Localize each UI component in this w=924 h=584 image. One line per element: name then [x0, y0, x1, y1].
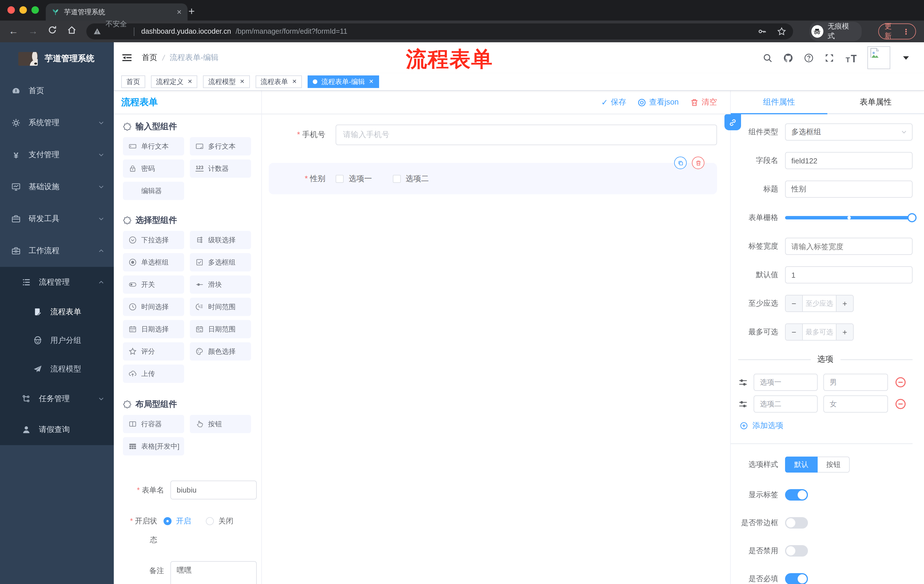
component-chip-下拉选择[interactable]: >下拉选择	[123, 231, 184, 249]
default-value-input[interactable]	[785, 266, 912, 283]
avatar-caret-icon[interactable]: >	[901, 53, 911, 63]
remove-option-button[interactable]: >	[895, 377, 906, 388]
tab-form-props[interactable]: 表单属性	[827, 91, 924, 113]
component-chip-评分[interactable]: >评分	[123, 342, 184, 360]
phone-input[interactable]: 请输入手机号	[336, 125, 717, 145]
fullscreen-icon[interactable]: >	[825, 53, 834, 63]
increase-button[interactable]: +	[836, 324, 853, 340]
gender-option-选项二[interactable]: 选项二	[393, 173, 429, 184]
component-chip-日期范围[interactable]: >日期范围	[190, 320, 251, 338]
update-button[interactable]: 更新 ⋮	[878, 23, 916, 39]
field-name-input[interactable]	[785, 152, 912, 169]
font-size-icon[interactable]: >TT	[845, 53, 856, 63]
label-width-input[interactable]	[785, 238, 912, 255]
close-window-button[interactable]	[7, 6, 15, 14]
decrease-button[interactable]: −	[785, 324, 803, 340]
tab-component-props[interactable]: 组件属性	[731, 91, 827, 114]
component-chip-多行文本[interactable]: >多行文本	[190, 137, 251, 155]
panel-link-toggle[interactable]: >	[724, 114, 741, 130]
remove-option-button[interactable]: >	[895, 398, 906, 410]
tag-close-icon[interactable]: ✕	[240, 79, 245, 85]
address-bar[interactable]: > 不安全 dashboard.yudao.iocoder.cn/bpm/man…	[86, 23, 793, 39]
component-chip-开关[interactable]: >开关	[123, 275, 184, 294]
component-chip-滑块[interactable]: >滑块	[190, 275, 251, 294]
slider-handle[interactable]	[908, 213, 917, 222]
sidebar-item-任务管理[interactable]: >任务管理>	[0, 383, 114, 414]
avatar[interactable]: >	[867, 46, 890, 69]
component-chip-日期选择[interactable]: >日期选择	[123, 320, 184, 338]
radio-off[interactable]	[206, 517, 214, 525]
tag-close-icon[interactable]: ✕	[292, 79, 297, 85]
component-chip-单行文本[interactable]: >单行文本	[123, 137, 184, 155]
sidebar-item-支付管理[interactable]: ¥支付管理>	[0, 139, 114, 171]
sidebar-item-工作流程[interactable]: >工作流程>	[0, 235, 114, 267]
component-chip-计数器[interactable]: 123计数器	[190, 160, 251, 178]
sidebar-item-首页[interactable]: >首页	[0, 75, 114, 107]
gender-option-选项一[interactable]: 选项一	[336, 173, 372, 184]
radio-on[interactable]	[163, 517, 172, 525]
checkbox[interactable]	[336, 174, 344, 183]
option-style-button[interactable]: 按钮	[818, 457, 850, 472]
tag-流程定义[interactable]: 流程定义✕	[151, 76, 198, 88]
tag-流程模型[interactable]: 流程模型✕	[203, 76, 250, 88]
sidebar-item-研发工具[interactable]: >研发工具>	[0, 203, 114, 235]
sidebar-logo[interactable]: > 芋道管理系统	[0, 42, 114, 75]
tab-close-icon[interactable]: ✕	[177, 8, 182, 16]
toggle-switch-显示标签[interactable]	[785, 489, 808, 500]
tag-close-icon[interactable]: ✕	[369, 79, 374, 85]
add-option-button[interactable]: > 添加选项	[740, 421, 912, 431]
component-chip-时间选择[interactable]: >时间选择	[123, 298, 184, 316]
browser-menu-dots-icon[interactable]: ⋮	[902, 28, 910, 35]
canvas-field-phone[interactable]: 手机号 请输入手机号	[269, 125, 717, 145]
duplicate-component-button[interactable]: >	[674, 156, 687, 169]
not-secure-icon[interactable]: >	[93, 28, 101, 35]
view-json-button[interactable]: > 查看json	[637, 97, 679, 107]
option-style-default[interactable]: 默认	[785, 457, 818, 472]
sidebar-item-流程表单[interactable]: >流程表单	[0, 298, 114, 326]
component-chip-时间范围[interactable]: >时间范围	[190, 298, 251, 316]
toggle-switch-是否禁用[interactable]	[785, 545, 808, 556]
password-key-icon[interactable]: >	[757, 27, 766, 36]
increase-button[interactable]: +	[836, 295, 853, 311]
tag-流程表单[interactable]: 流程表单✕	[256, 76, 302, 88]
title-input[interactable]	[785, 181, 912, 198]
component-type-select[interactable]: 多选框组 >	[785, 123, 912, 141]
min-select-input[interactable]: 至少应选	[803, 295, 836, 311]
checkbox[interactable]	[393, 174, 401, 183]
back-button[interactable]: ←	[8, 26, 19, 37]
option-label-input[interactable]: 选项一	[754, 374, 818, 391]
github-icon[interactable]: >	[783, 53, 793, 63]
bookmark-star-icon[interactable]: >	[777, 27, 786, 36]
sidebar-item-流程管理[interactable]: >流程管理>	[0, 267, 114, 298]
component-chip-表格[开发中][interactable]: >表格[开发中]	[123, 437, 184, 456]
maximize-window-button[interactable]	[31, 6, 39, 14]
browser-tab[interactable]: > 芋道管理系统 ✕	[46, 3, 188, 21]
component-chip-编辑器[interactable]: 编辑器	[123, 182, 184, 200]
toggle-switch-是否必填[interactable]	[785, 573, 808, 584]
tag-close-icon[interactable]: ✕	[188, 79, 192, 85]
component-chip-单选框组[interactable]: >单选框组	[123, 253, 184, 271]
sidebar-item-用户分组[interactable]: >用户分组	[0, 326, 114, 355]
clear-button[interactable]: > 清空	[690, 97, 717, 107]
breadcrumb-home[interactable]: 首页	[142, 53, 157, 63]
help-icon[interactable]: >	[804, 53, 813, 63]
component-chip-颜色选择[interactable]: >颜色选择	[190, 342, 251, 360]
delete-component-button[interactable]: >	[692, 156, 705, 169]
canvas-field-gender-selected[interactable]: 性别 选项一选项二 > >	[269, 163, 717, 194]
option-value-input[interactable]: 男	[823, 374, 888, 391]
toggle-switch-是否带边框[interactable]	[785, 517, 808, 528]
sidebar-item-基础设施[interactable]: >基础设施>	[0, 171, 114, 203]
tag-流程表单-编辑[interactable]: 流程表单-编辑✕	[308, 76, 379, 88]
form-name-input[interactable]	[170, 480, 257, 499]
component-chip-多选框组[interactable]: >多选框组	[190, 253, 251, 271]
reload-button[interactable]: >	[48, 25, 58, 35]
component-chip-上传[interactable]: >上传	[123, 365, 184, 383]
component-chip-行容器[interactable]: >行容器	[123, 415, 184, 433]
component-chip-级联选择[interactable]: >级联选择	[190, 231, 251, 249]
max-select-input[interactable]: 最多可选	[803, 324, 836, 340]
tag-首页[interactable]: 首页	[121, 76, 145, 88]
save-button[interactable]: ✓ 保存	[601, 97, 626, 107]
sidebar-item-请假查询[interactable]: >请假查询	[0, 414, 114, 445]
form-grid-slider[interactable]	[785, 209, 912, 226]
minimize-window-button[interactable]	[20, 6, 27, 14]
